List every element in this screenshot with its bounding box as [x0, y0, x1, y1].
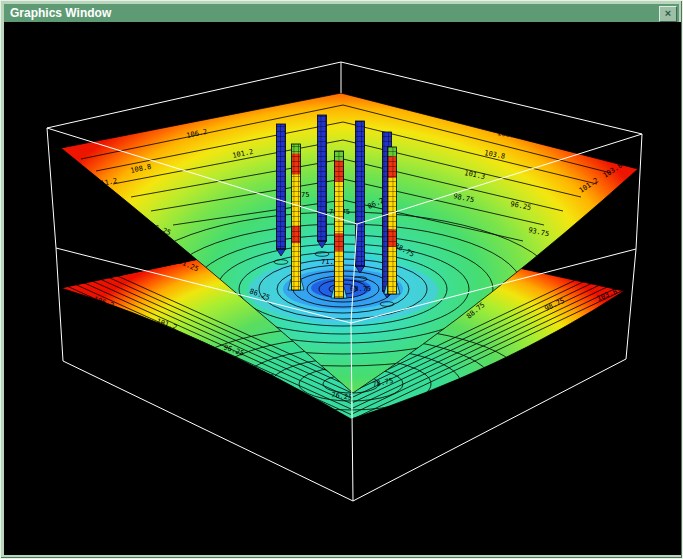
graphics-canvas: 106.2101.296.2593.75103.898.7588.7583.75… — [4, 22, 681, 555]
window-title: Graphics Window — [10, 6, 111, 20]
3d-contour-plot: 106.2101.296.2593.75103.898.7588.7583.75… — [4, 22, 681, 555]
title-bar[interactable]: Graphics Window × — [4, 4, 679, 22]
well-extraction — [315, 115, 329, 256]
well-extraction — [274, 124, 288, 264]
close-icon: × — [665, 7, 671, 19]
contour-label: 75 — [301, 191, 309, 199]
close-button[interactable]: × — [659, 6, 677, 22]
graphics-window: Graphics Window × — [0, 0, 683, 559]
